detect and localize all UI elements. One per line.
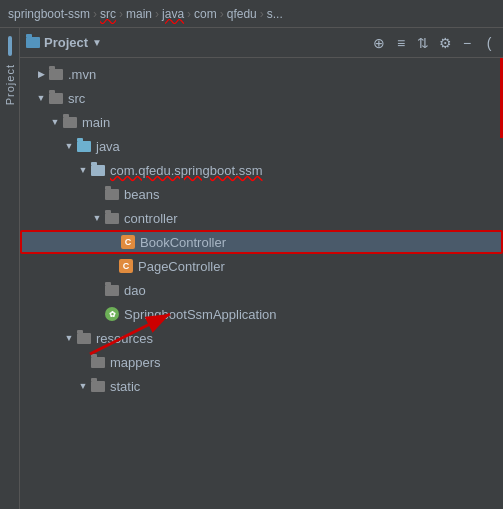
arrow-static[interactable] bbox=[76, 381, 90, 391]
gear-icon[interactable]: ⚙ bbox=[437, 35, 453, 51]
breadcrumb-item-java[interactable]: java bbox=[162, 7, 184, 21]
breadcrumb-item-s[interactable]: s... bbox=[267, 7, 283, 21]
paren-icon[interactable]: ( bbox=[481, 35, 497, 51]
arrow-src[interactable] bbox=[34, 93, 48, 103]
tree-item-pagecontroller[interactable]: C PageController bbox=[20, 254, 503, 278]
arrow-main[interactable] bbox=[48, 117, 62, 127]
project-folder-icon bbox=[26, 37, 40, 48]
item-label-beans: beans bbox=[124, 187, 159, 202]
arrow-com[interactable] bbox=[76, 165, 90, 175]
breadcrumb-item-src[interactable]: src bbox=[100, 7, 116, 21]
folder-icon-mappers bbox=[90, 354, 106, 370]
lines-icon[interactable]: ≡ bbox=[393, 35, 409, 51]
project-side-tab[interactable]: Project bbox=[0, 28, 20, 509]
tree-item-bookcontroller[interactable]: C BookController bbox=[20, 230, 503, 254]
breadcrumb-item-springboot[interactable]: springboot-ssm bbox=[8, 7, 90, 21]
panel-title: Project ▼ bbox=[26, 35, 102, 50]
folder-icon-static bbox=[90, 378, 106, 394]
breadcrumb-item-main[interactable]: main bbox=[126, 7, 152, 21]
folder-icon-beans bbox=[104, 186, 120, 202]
item-label-java: java bbox=[96, 139, 120, 154]
folder-icon-com bbox=[90, 162, 106, 178]
tree-item-mvn[interactable]: .mvn bbox=[20, 62, 503, 86]
arrow-controller[interactable] bbox=[90, 213, 104, 223]
side-tab-label: Project bbox=[4, 64, 16, 105]
breadcrumb-sep-1: › bbox=[119, 7, 123, 21]
item-label-main: main bbox=[82, 115, 110, 130]
tree-item-com[interactable]: com.qfedu.springboot.ssm bbox=[20, 158, 503, 182]
tree-item-mappers[interactable]: mappers bbox=[20, 350, 503, 374]
globe-icon[interactable]: ⊕ bbox=[371, 35, 387, 51]
arrow-java[interactable] bbox=[62, 141, 76, 151]
folder-icon-java bbox=[76, 138, 92, 154]
item-label-resources: resources bbox=[96, 331, 153, 346]
tree-item-static[interactable]: static bbox=[20, 374, 503, 398]
folder-icon-dao bbox=[104, 282, 120, 298]
item-label-static: static bbox=[110, 379, 140, 394]
item-label-dao: dao bbox=[124, 283, 146, 298]
main-layout: Project Project ▼ ⊕ ≡ ⇅ ⚙ − ( bbox=[0, 28, 503, 509]
item-label-mvn: .mvn bbox=[68, 67, 96, 82]
breadcrumb-sep-0: › bbox=[93, 7, 97, 21]
item-label-src: src bbox=[68, 91, 85, 106]
breadcrumb-sep-3: › bbox=[187, 7, 191, 21]
folder-icon-resources bbox=[76, 330, 92, 346]
arrow-mvn[interactable] bbox=[34, 69, 48, 79]
item-label-springapp: SpringbootSsmApplication bbox=[124, 307, 276, 322]
minus-icon[interactable]: − bbox=[459, 35, 475, 51]
breadcrumb-sep-4: › bbox=[220, 7, 224, 21]
folder-icon-main bbox=[62, 114, 78, 130]
breadcrumb-sep-2: › bbox=[155, 7, 159, 21]
folder-icon-controller bbox=[104, 210, 120, 226]
file-tree: .mvn src main java bbox=[20, 58, 503, 509]
java-c-icon-pagecontroller: C bbox=[118, 258, 134, 274]
folder-icon-src bbox=[48, 90, 64, 106]
arrow-resources[interactable] bbox=[62, 333, 76, 343]
panel-title-label: Project bbox=[44, 35, 88, 50]
tree-item-main[interactable]: main bbox=[20, 110, 503, 134]
tree-item-beans[interactable]: beans bbox=[20, 182, 503, 206]
spring-icon-springapp: ✿ bbox=[104, 306, 120, 322]
item-label-bookcontroller: BookController bbox=[140, 235, 226, 250]
item-label-com: com.qfedu.springboot.ssm bbox=[110, 163, 262, 178]
side-tab-indicator bbox=[8, 36, 12, 56]
panel-actions: ⊕ ≡ ⇅ ⚙ − ( bbox=[371, 35, 497, 51]
panel-dropdown-icon[interactable]: ▼ bbox=[92, 37, 102, 48]
java-c-icon-bookcontroller: C bbox=[120, 234, 136, 250]
tree-item-java[interactable]: java bbox=[20, 134, 503, 158]
panel-header: Project ▼ ⊕ ≡ ⇅ ⚙ − ( bbox=[20, 28, 503, 58]
tree-item-controller[interactable]: controller bbox=[20, 206, 503, 230]
arrows-icon[interactable]: ⇅ bbox=[415, 35, 431, 51]
tree-item-src[interactable]: src bbox=[20, 86, 503, 110]
item-label-mappers: mappers bbox=[110, 355, 161, 370]
tree-item-dao[interactable]: dao bbox=[20, 278, 503, 302]
breadcrumb-sep-5: › bbox=[260, 7, 264, 21]
tree-item-resources[interactable]: resources bbox=[20, 326, 503, 350]
tree-item-springapp[interactable]: ✿ SpringbootSsmApplication bbox=[20, 302, 503, 326]
project-panel: Project ▼ ⊕ ≡ ⇅ ⚙ − ( .mvn bbox=[20, 28, 503, 509]
item-label-pagecontroller: PageController bbox=[138, 259, 225, 274]
breadcrumb-item-com[interactable]: com bbox=[194, 7, 217, 21]
breadcrumb: springboot-ssm › src › main › java › com… bbox=[0, 0, 503, 28]
breadcrumb-item-qfedu[interactable]: qfedu bbox=[227, 7, 257, 21]
folder-icon-mvn bbox=[48, 66, 64, 82]
item-label-controller: controller bbox=[124, 211, 177, 226]
